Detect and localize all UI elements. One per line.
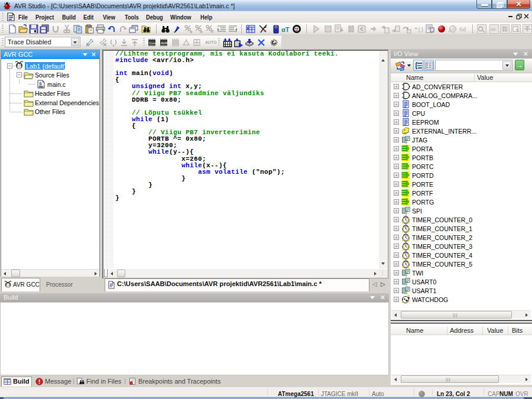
svg-text:6d: 6d (459, 25, 466, 33)
svg-text:AVR: AVR (161, 41, 168, 45)
svg-text:ox: ox (491, 27, 495, 32)
svg-text:S: S (39, 82, 42, 86)
svg-text:Con: Con (149, 41, 155, 45)
svg-text:*{}: *{} (414, 25, 423, 33)
